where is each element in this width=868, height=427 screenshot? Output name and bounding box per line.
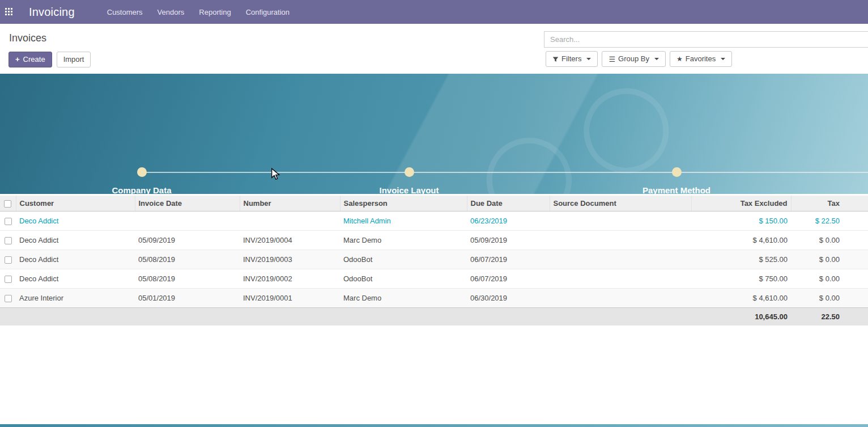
cell-tax[interactable]: $ 0.00 xyxy=(791,231,868,250)
onboarding-step-company-data: Company Data Set your company's data for… xyxy=(62,185,221,194)
row-checkbox[interactable] xyxy=(5,276,12,283)
top-navbar: Invoicing Customers Vendors Reporting Co… xyxy=(0,0,868,24)
cell-invoice-date[interactable]: 05/08/2019 xyxy=(135,269,240,289)
menu-configuration[interactable]: Configuration xyxy=(239,0,297,24)
total-tax: 22.50 xyxy=(791,308,868,326)
row-checkbox[interactable] xyxy=(5,237,12,244)
app-title[interactable]: Invoicing xyxy=(29,6,75,19)
step-title: Invoice Layout xyxy=(330,185,488,194)
import-button[interactable]: Import xyxy=(57,52,91,67)
list-view: Customer Invoice Date Number Salesperson… xyxy=(0,196,868,325)
cell-number[interactable] xyxy=(240,212,340,231)
invoices-table: Customer Invoice Date Number Salesperson… xyxy=(0,196,868,325)
cell-tax-excluded[interactable]: $ 4,610.00 xyxy=(691,289,791,308)
row-select-cell xyxy=(0,289,16,308)
cell-source-document[interactable] xyxy=(550,231,691,250)
plus-icon: + xyxy=(15,55,20,64)
step-dot-company-data xyxy=(137,167,147,177)
cell-number[interactable]: INV/2019/0004 xyxy=(240,231,340,250)
row-select-cell xyxy=(0,250,16,269)
main-menu: Customers Vendors Reporting Configuratio… xyxy=(100,0,297,24)
breadcrumb: Invoices xyxy=(9,32,46,44)
cell-due-date[interactable]: 06/23/2019 xyxy=(467,212,550,231)
cell-due-date[interactable]: 06/07/2019 xyxy=(467,269,550,289)
create-button[interactable]: + Create xyxy=(8,52,52,67)
table-row[interactable]: Deco Addict Mitchell Admin 06/23/2019 $ … xyxy=(0,212,868,231)
onboarding-panel: Company Data Set your company's data for… xyxy=(0,74,868,194)
favorites-button[interactable]: ★ Favorites xyxy=(670,51,732,67)
filters-button[interactable]: Filters xyxy=(546,51,598,67)
cell-tax-excluded[interactable]: $ 150.00 xyxy=(691,212,791,231)
cell-customer[interactable]: Deco Addict xyxy=(16,269,135,289)
cell-due-date[interactable]: 06/30/2019 xyxy=(467,289,550,308)
cell-customer[interactable]: Deco Addict xyxy=(16,231,135,250)
cell-number[interactable]: INV/2019/0003 xyxy=(240,250,340,269)
cell-tax-excluded[interactable]: $ 750.00 xyxy=(691,269,791,289)
select-all-cell xyxy=(0,196,16,212)
group-by-icon: ☰ xyxy=(609,56,615,63)
cell-invoice-date[interactable]: 05/09/2019 xyxy=(135,231,240,250)
cell-source-document[interactable] xyxy=(550,289,691,308)
control-panel: Invoices + Create Import Filters ☰ Group… xyxy=(0,24,868,74)
search-input[interactable] xyxy=(544,32,868,47)
select-all-checkbox[interactable] xyxy=(4,200,11,208)
step-title: Payment Method xyxy=(597,185,756,194)
step-title: Company Data xyxy=(62,185,221,194)
filters-label: Filters xyxy=(561,54,581,64)
cell-tax[interactable]: $ 0.00 xyxy=(791,250,868,269)
cell-due-date[interactable]: 06/07/2019 xyxy=(467,250,550,269)
cell-number[interactable]: INV/2019/0001 xyxy=(240,289,340,308)
cell-tax[interactable]: $ 0.00 xyxy=(791,269,868,289)
cell-tax[interactable]: $ 0.00 xyxy=(791,289,868,308)
cell-salesperson[interactable]: Mitchell Admin xyxy=(340,212,467,231)
cell-tax-excluded[interactable]: $ 4,610.00 xyxy=(691,231,791,250)
table-row[interactable]: Deco Addict 05/09/2019 INV/2019/0004 Mar… xyxy=(0,231,868,250)
cell-salesperson[interactable]: OdooBot xyxy=(340,250,467,269)
totals-row: 10,645.00 22.50 xyxy=(0,308,868,326)
cell-invoice-date[interactable]: 05/01/2019 xyxy=(135,289,240,308)
cell-customer[interactable]: Azure Interior xyxy=(16,289,135,308)
cell-invoice-date[interactable]: 05/08/2019 xyxy=(135,250,240,269)
apps-menu-icon[interactable] xyxy=(5,8,14,16)
cell-number[interactable]: INV/2019/0002 xyxy=(240,269,340,289)
create-button-label: Create xyxy=(23,55,45,64)
table-row[interactable]: Deco Addict 05/08/2019 INV/2019/0002 Odo… xyxy=(0,269,868,289)
cell-customer[interactable]: Deco Addict xyxy=(16,212,135,231)
cell-source-document[interactable] xyxy=(550,250,691,269)
onboarding-progress-line xyxy=(142,172,868,173)
col-header-tax-excluded[interactable]: Tax Excluded xyxy=(691,196,791,212)
menu-vendors[interactable]: Vendors xyxy=(150,0,192,24)
cell-invoice-date[interactable] xyxy=(135,212,240,231)
cell-due-date[interactable]: 05/09/2019 xyxy=(467,231,550,250)
col-header-source-document[interactable]: Source Document xyxy=(550,196,691,212)
row-checkbox[interactable] xyxy=(5,295,12,302)
cell-customer[interactable]: Deco Addict xyxy=(16,250,135,269)
row-select-cell xyxy=(0,231,16,250)
glasses-background-image xyxy=(470,74,742,194)
col-header-customer[interactable]: Customer xyxy=(16,196,135,212)
cell-source-document[interactable] xyxy=(550,212,691,231)
step-dot-payment-method xyxy=(672,167,682,177)
menu-reporting[interactable]: Reporting xyxy=(192,0,238,24)
row-checkbox[interactable] xyxy=(5,256,12,264)
cell-salesperson[interactable]: Marc Demo xyxy=(340,231,467,250)
table-row[interactable]: Deco Addict 05/08/2019 INV/2019/0003 Odo… xyxy=(0,250,868,269)
cell-tax[interactable]: $ 22.50 xyxy=(791,212,868,231)
cell-tax-excluded[interactable]: $ 525.00 xyxy=(691,250,791,269)
chevron-down-icon xyxy=(586,58,591,60)
col-header-invoice-date[interactable]: Invoice Date xyxy=(135,196,240,212)
onboarding-step-invoice-layout: Invoice Layout Customize the look of you… xyxy=(330,185,488,194)
cell-source-document[interactable] xyxy=(550,269,691,289)
step-dot-invoice-layout xyxy=(405,167,414,177)
table-row[interactable]: Azure Interior 05/01/2019 INV/2019/0001 … xyxy=(0,289,868,308)
cell-salesperson[interactable]: Marc Demo xyxy=(340,289,467,308)
group-by-button[interactable]: ☰ Group By xyxy=(602,51,666,67)
cell-salesperson[interactable]: OdooBot xyxy=(340,269,467,289)
col-header-number[interactable]: Number xyxy=(240,196,340,212)
menu-customers[interactable]: Customers xyxy=(100,0,150,24)
col-header-tax[interactable]: Tax xyxy=(791,196,868,212)
bottom-banner-strip xyxy=(0,424,868,427)
col-header-due-date[interactable]: Due Date xyxy=(467,196,550,212)
col-header-salesperson[interactable]: Salesperson xyxy=(340,196,467,212)
row-checkbox[interactable] xyxy=(5,218,12,225)
